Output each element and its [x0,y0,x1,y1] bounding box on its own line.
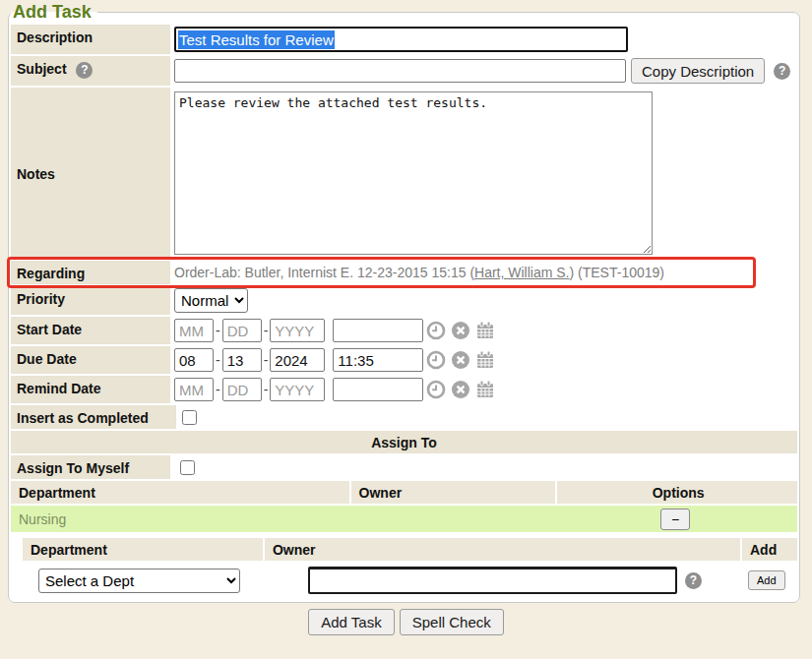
due-date-dd-input[interactable] [222,348,262,372]
footer-buttons: Add Task Spell Check [0,609,812,635]
description-input[interactable]: Test Results for Review [174,27,628,52]
due-date-clock-icon[interactable] [426,349,448,371]
assign-to-myself-label: Assign To Myself [11,455,170,479]
remove-assignment-button[interactable]: − [660,509,690,530]
add-assignment-row: Select a Dept ? Add [23,563,797,596]
regarding-label: Regarding [11,261,170,284]
start-date-label: Start Date [11,317,170,344]
regarding-row: Regarding Order-Lab: Butler, Internist E… [11,261,797,284]
assignments-header-owner: Owner [351,481,556,504]
date-separator: - [216,382,220,397]
due-date-label: Due Date [11,346,170,374]
assignments-header-department: Department [11,481,349,504]
subject-label: Subject ? [11,56,170,86]
remind-date-time-input[interactable] [333,378,423,401]
description-label: Description [11,25,170,54]
start-date-dd-input[interactable] [222,319,262,342]
due-date-yyyy-input[interactable] [270,348,325,372]
subject-help-icon[interactable]: ? [76,62,93,79]
remind-date-calendar-icon[interactable] [475,379,497,400]
remind-date-clear-icon[interactable] [451,379,472,400]
regarding-text-prefix: Order-Lab: Butler, Internist E. 12-23-20… [174,265,474,280]
start-date-yyyy-input[interactable] [270,319,325,342]
regarding-value: Order-Lab: Butler, Internist E. 12-23-20… [170,261,797,284]
assignments-header-options: Options [557,481,797,504]
start-date-clear-icon[interactable] [451,320,472,341]
insert-as-completed-row: Insert as Completed [11,405,797,429]
add-header-owner: Owner [265,538,740,561]
copy-description-button[interactable]: Copy Description [631,58,765,84]
description-row: Description Test Results for Review [11,25,797,54]
owner-help-icon[interactable]: ? [685,572,702,589]
date-separator: - [216,352,220,368]
date-separator: - [216,323,220,338]
subject-input[interactable] [174,59,626,83]
assign-to-myself-checkbox[interactable] [180,460,195,475]
due-date-mm-input[interactable] [174,348,214,372]
insert-as-completed-checkbox[interactable] [182,410,197,425]
notes-label: Notes [11,88,170,259]
start-date-clock-icon[interactable] [426,320,448,341]
due-date-calendar-icon[interactable] [475,349,497,371]
notes-textarea[interactable] [174,91,653,255]
assign-to-myself-row: Assign To Myself [11,455,797,479]
department-select[interactable]: Select a Dept [38,569,240,593]
assignment-row: Nursing − [11,506,797,532]
priority-select[interactable]: Normal [174,288,248,313]
assign-to-section-header: Assign To [11,431,797,453]
due-date-clear-icon[interactable] [451,349,472,371]
assignments-table: Department Owner Options Nursing − [11,481,797,532]
regarding-patient-link[interactable]: Hart, William S. [474,265,569,280]
start-date-time-input[interactable] [333,319,423,342]
notes-row: Notes [11,88,797,259]
date-separator: - [264,352,269,368]
date-separator: - [264,323,269,338]
new-owner-input[interactable] [308,567,677,594]
remind-date-dd-input[interactable] [222,378,262,401]
add-header-department: Department [23,538,263,561]
due-date-row: Due Date - - [11,346,797,374]
date-separator: - [264,382,269,397]
subject-row: Subject ? Copy Description ? [11,56,797,86]
subject-field-help-icon[interactable]: ? [774,63,790,80]
add-task-form: Add Task Description Test Results for Re… [8,2,800,603]
start-date-mm-input[interactable] [174,319,214,342]
priority-row: Priority Normal [11,286,797,315]
remind-date-mm-input[interactable] [174,378,214,401]
regarding-text-suffix: ) (TEST-10019) [570,265,664,280]
add-task-button[interactable]: Add Task [308,609,394,635]
start-date-calendar-icon[interactable] [475,320,497,341]
add-assignment-table: Department Owner Add Select a Dept ? Add [23,538,797,596]
assignment-department: Nursing [11,511,349,527]
remind-date-label: Remind Date [11,376,170,403]
add-header-add: Add [742,538,797,561]
priority-label: Priority [11,286,170,315]
page-title: Add Task [11,2,97,23]
remind-date-clock-icon[interactable] [426,379,448,400]
spell-check-button[interactable]: Spell Check [400,609,504,635]
due-date-time-input[interactable] [333,348,423,372]
remind-date-row: Remind Date - - [11,376,797,403]
start-date-row: Start Date - - [11,317,797,344]
insert-as-completed-label: Insert as Completed [11,405,176,429]
add-assignment-button[interactable]: Add [748,570,785,590]
description-selected-text: Test Results for Review [178,30,335,49]
remind-date-yyyy-input[interactable] [270,378,325,401]
